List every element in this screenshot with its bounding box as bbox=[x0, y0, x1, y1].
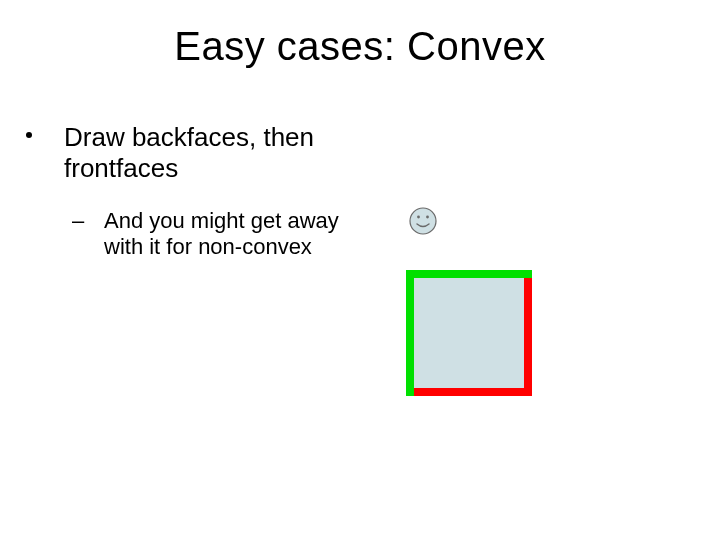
box-frontface-left-green bbox=[406, 270, 414, 396]
slide: Easy cases: Convex Draw backfaces, then … bbox=[0, 0, 720, 540]
convex-box-diagram bbox=[406, 270, 536, 400]
svg-point-0 bbox=[410, 208, 436, 234]
smiley-icon bbox=[408, 206, 438, 240]
bullet-dot-icon bbox=[26, 132, 32, 138]
box-interior bbox=[414, 278, 524, 388]
bullet-level-1: Draw backfaces, then frontfaces bbox=[44, 122, 384, 184]
box-frontface-top-green bbox=[406, 270, 532, 278]
sub-1-text: And you might get away with it for non-c… bbox=[104, 208, 350, 261]
svg-point-1 bbox=[417, 216, 420, 219]
bullet-1-text: Draw backfaces, then frontfaces bbox=[64, 122, 384, 184]
svg-point-2 bbox=[426, 216, 429, 219]
slide-title: Easy cases: Convex bbox=[0, 24, 720, 69]
bullet-level-2: – And you might get away with it for non… bbox=[90, 208, 350, 261]
dash-icon: – bbox=[72, 208, 84, 234]
